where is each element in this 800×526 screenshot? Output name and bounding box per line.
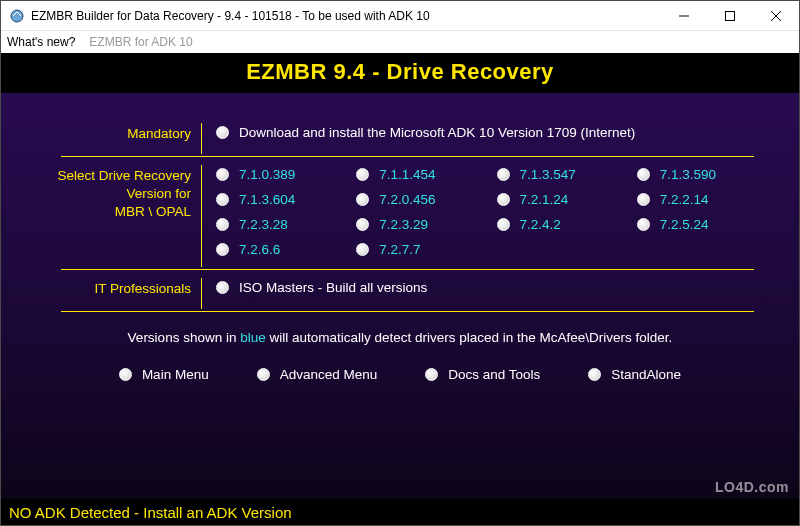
version-option[interactable]: 7.2.3.28 bbox=[216, 217, 348, 232]
option-advanced-menu-label: Advanced Menu bbox=[280, 367, 378, 382]
label-it-pro: IT Professionals bbox=[21, 278, 201, 298]
option-download-adk[interactable]: Download and install the Microsoft ADK 1… bbox=[216, 125, 779, 140]
content: Mandatory Download and install the Micro… bbox=[1, 93, 799, 499]
divider bbox=[61, 311, 754, 312]
label-mandatory: Mandatory bbox=[21, 123, 201, 143]
option-docs-tools-label: Docs and Tools bbox=[448, 367, 540, 382]
radio-icon bbox=[637, 168, 650, 181]
version-label: 7.1.1.454 bbox=[379, 167, 435, 182]
version-label: 7.2.3.28 bbox=[239, 217, 288, 232]
label-versions-l1: Select Drive Recovery bbox=[57, 168, 191, 183]
radio-icon bbox=[216, 126, 229, 139]
menubar: What's new? EZMBR for ADK 10 bbox=[1, 31, 799, 53]
version-option[interactable]: 7.2.2.14 bbox=[637, 192, 769, 207]
option-iso-masters-label: ISO Masters - Build all versions bbox=[239, 280, 427, 295]
body-versions: 7.1.0.389 7.1.1.454 7.1.3.547 7.1.3.590 … bbox=[201, 165, 779, 267]
app-icon bbox=[9, 8, 25, 24]
row-versions: Select Drive Recovery Version for MBR \ … bbox=[21, 165, 779, 267]
radio-icon bbox=[257, 368, 270, 381]
radio-icon bbox=[356, 243, 369, 256]
label-versions-l3: MBR \ OPAL bbox=[115, 204, 191, 219]
banner-title: EZMBR 9.4 - Drive Recovery bbox=[1, 53, 799, 93]
option-main-menu[interactable]: Main Menu bbox=[119, 367, 209, 382]
divider bbox=[61, 269, 754, 270]
radio-icon bbox=[497, 218, 510, 231]
version-label: 7.2.2.14 bbox=[660, 192, 709, 207]
option-main-menu-label: Main Menu bbox=[142, 367, 209, 382]
body-it-pro: ISO Masters - Build all versions bbox=[201, 278, 779, 309]
version-option[interactable]: 7.1.0.389 bbox=[216, 167, 348, 182]
version-option[interactable]: 7.2.6.6 bbox=[216, 242, 348, 257]
version-option[interactable]: 7.2.0.456 bbox=[356, 192, 488, 207]
close-button[interactable] bbox=[753, 1, 799, 30]
version-label: 7.1.3.547 bbox=[520, 167, 576, 182]
window-title: EZMBR Builder for Data Recovery - 9.4 - … bbox=[31, 9, 661, 23]
radio-icon bbox=[356, 193, 369, 206]
titlebar: EZMBR Builder for Data Recovery - 9.4 - … bbox=[1, 1, 799, 31]
minimize-button[interactable] bbox=[661, 1, 707, 30]
row-mandatory: Mandatory Download and install the Micro… bbox=[21, 123, 779, 154]
menu-whats-new[interactable]: What's new? bbox=[7, 35, 75, 49]
version-label: 7.1.0.389 bbox=[239, 167, 295, 182]
option-download-adk-label: Download and install the Microsoft ADK 1… bbox=[239, 125, 635, 140]
option-iso-masters[interactable]: ISO Masters - Build all versions bbox=[216, 280, 779, 295]
version-label: 7.2.1.24 bbox=[520, 192, 569, 207]
version-label: 7.2.0.456 bbox=[379, 192, 435, 207]
note-suffix: will automatically detect drivers placed… bbox=[266, 330, 673, 345]
version-option[interactable]: 7.2.7.7 bbox=[356, 242, 488, 257]
radio-icon bbox=[216, 168, 229, 181]
option-advanced-menu[interactable]: Advanced Menu bbox=[257, 367, 378, 382]
auto-detect-note: Versions shown in blue will automaticall… bbox=[21, 330, 779, 345]
status-text: NO ADK Detected - Install an ADK Version bbox=[9, 504, 292, 521]
version-label: 7.2.7.7 bbox=[379, 242, 420, 257]
version-option[interactable]: 7.1.1.454 bbox=[356, 167, 488, 182]
svg-rect-2 bbox=[726, 11, 735, 20]
version-label: 7.2.5.24 bbox=[660, 217, 709, 232]
row-it-pro: IT Professionals ISO Masters - Build all… bbox=[21, 278, 779, 309]
label-versions: Select Drive Recovery Version for MBR \ … bbox=[21, 165, 201, 222]
radio-icon bbox=[119, 368, 132, 381]
option-docs-tools[interactable]: Docs and Tools bbox=[425, 367, 540, 382]
radio-icon bbox=[637, 218, 650, 231]
radio-icon bbox=[497, 168, 510, 181]
label-versions-l2: Version for bbox=[126, 186, 191, 201]
divider bbox=[61, 156, 754, 157]
version-label: 7.2.3.29 bbox=[379, 217, 428, 232]
version-label: 7.2.6.6 bbox=[239, 242, 280, 257]
version-option[interactable]: 7.1.3.604 bbox=[216, 192, 348, 207]
body-mandatory: Download and install the Microsoft ADK 1… bbox=[201, 123, 779, 154]
radio-icon bbox=[497, 193, 510, 206]
version-label: 7.1.3.590 bbox=[660, 167, 716, 182]
menu-ezmbr-adk[interactable]: EZMBR for ADK 10 bbox=[89, 35, 192, 49]
radio-icon bbox=[216, 193, 229, 206]
radio-icon bbox=[356, 168, 369, 181]
version-option[interactable]: 7.1.3.547 bbox=[497, 167, 629, 182]
version-option[interactable]: 7.2.3.29 bbox=[356, 217, 488, 232]
radio-icon bbox=[588, 368, 601, 381]
note-blue-word: blue bbox=[240, 330, 266, 345]
radio-icon bbox=[356, 218, 369, 231]
statusbar: NO ADK Detected - Install an ADK Version bbox=[1, 499, 799, 525]
radio-icon bbox=[216, 243, 229, 256]
radio-icon bbox=[637, 193, 650, 206]
client-area: EZMBR 9.4 - Drive Recovery Mandatory Dow… bbox=[1, 53, 799, 525]
note-prefix: Versions shown in bbox=[128, 330, 241, 345]
maximize-button[interactable] bbox=[707, 1, 753, 30]
radio-icon bbox=[216, 218, 229, 231]
version-label: 7.2.4.2 bbox=[520, 217, 561, 232]
version-option[interactable]: 7.2.1.24 bbox=[497, 192, 629, 207]
app-window: EZMBR Builder for Data Recovery - 9.4 - … bbox=[0, 0, 800, 526]
option-standalone-label: StandAlone bbox=[611, 367, 681, 382]
radio-icon bbox=[216, 281, 229, 294]
version-label: 7.1.3.604 bbox=[239, 192, 295, 207]
option-standalone[interactable]: StandAlone bbox=[588, 367, 681, 382]
version-grid: 7.1.0.389 7.1.1.454 7.1.3.547 7.1.3.590 … bbox=[216, 167, 779, 257]
radio-icon bbox=[425, 368, 438, 381]
version-option[interactable]: 7.1.3.590 bbox=[637, 167, 769, 182]
version-option[interactable]: 7.2.4.2 bbox=[497, 217, 629, 232]
version-option[interactable]: 7.2.5.24 bbox=[637, 217, 769, 232]
bottom-options: Main Menu Advanced Menu Docs and Tools S… bbox=[21, 367, 779, 382]
window-controls bbox=[661, 1, 799, 30]
